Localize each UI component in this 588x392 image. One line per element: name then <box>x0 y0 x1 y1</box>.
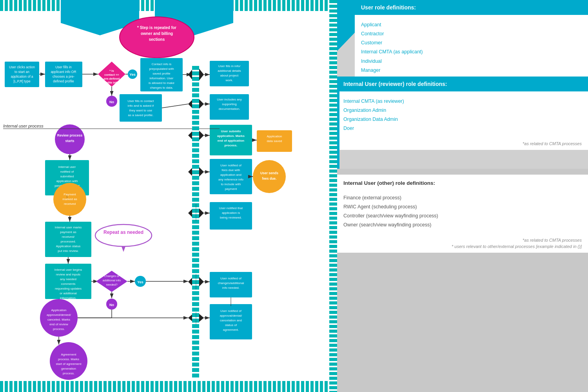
svg-text:payment as: payment as <box>60 230 76 234</box>
svg-text:or additional: or additional <box>60 292 77 295</box>
role-item-applicant: Applicant <box>361 20 582 29</box>
right-panel: User role definitions: Applicant Contrac… <box>337 0 588 392</box>
svg-text:review and inputs: review and inputs <box>56 273 80 276</box>
svg-text:end of application: end of application <box>218 139 245 142</box>
svg-text:process.: process. <box>53 327 65 331</box>
reviewer-role-header: Internal User (reviewer) role definition… <box>337 77 588 91</box>
svg-text:Application status: Application status <box>56 244 81 248</box>
other-role-title: Internal User (other) role definitions: <box>343 180 435 186</box>
svg-text:No: No <box>109 303 114 307</box>
svg-text:User fills in contact: User fills in contact <box>127 99 154 103</box>
svg-text:to include with: to include with <box>221 182 241 186</box>
svg-text:User notified of: User notified of <box>220 277 242 280</box>
svg-text:User notified that: User notified that <box>219 206 243 210</box>
svg-text:prepopulated with: prepopulated with <box>149 67 174 71</box>
svg-text:to start an: to start an <box>15 70 29 74</box>
svg-text:User fills in info/: User fills in info/ <box>218 64 241 68</box>
other-item-4: Owner (search/view wayfinding process) <box>343 221 582 230</box>
flowchart-svg: * Step is repeated for owner and billing… <box>0 0 337 392</box>
svg-text:User notified of: User notified of <box>220 309 242 313</box>
svg-text:[L,P,R] type: [L,P,R] type <box>13 79 31 83</box>
svg-text:sections: sections <box>149 37 165 42</box>
svg-text:payment: payment <box>225 187 237 191</box>
svg-text:info and is asked if: info and is asked if <box>128 104 154 108</box>
reviewer-role-title: Internal User (reviewer) role definition… <box>343 81 447 87</box>
role-item-customer: Customer <box>361 38 582 47</box>
svg-text:documentation.: documentation. <box>219 107 240 111</box>
teal-left-edge-2 <box>337 77 339 169</box>
svg-text:Agreement: Agreement <box>61 353 76 356</box>
user-role-box: User role definitions: Applicant Contrac… <box>355 0 588 88</box>
svg-text:User submits: User submits <box>221 129 241 133</box>
svg-text:end of review: end of review <box>49 323 68 326</box>
svg-text:Internal user process: Internal user process <box>3 124 44 128</box>
svg-text:process.: process. <box>63 372 74 375</box>
svg-text:pre-defined: pre-defined <box>104 77 120 80</box>
svg-text:Yes: Yes <box>137 280 143 284</box>
other-role-header: Internal User (other) role definitions: <box>337 175 588 190</box>
svg-text:profile info?: profile info? <box>103 81 120 84</box>
svg-text:application is: application is <box>222 211 240 215</box>
svg-line-55 <box>162 104 188 108</box>
svg-text:cancelation and: cancelation and <box>220 319 242 322</box>
svg-text:additional info: additional info <box>103 279 121 282</box>
svg-text:changes to data.: changes to data. <box>150 86 173 89</box>
svg-text:as a saved profile.: as a saved profile. <box>128 113 154 117</box>
svg-text:Internal user: Internal user <box>58 165 76 169</box>
svg-text:additional details: additional details <box>218 69 241 73</box>
svg-text:they want to use: they want to use <box>129 109 152 112</box>
svg-text:User notified of: User notified of <box>220 164 242 167</box>
svg-text:fees due.: fees due. <box>262 177 277 181</box>
svg-rect-169 <box>192 65 199 379</box>
svg-rect-43 <box>120 94 162 122</box>
svg-text:Payment: Payment <box>64 193 76 196</box>
reviewer-role-items: Internal CMTA (as reviewer) Organization… <box>343 97 582 133</box>
other-item-2: RWIC Agent (scheduling process) <box>343 202 582 211</box>
svg-text:Yes: Yes <box>129 73 136 77</box>
svg-text:changes/additional: changes/additional <box>218 281 244 285</box>
svg-marker-117 <box>122 246 125 252</box>
svg-text:supporting: supporting <box>222 102 236 106</box>
svg-text:Changes or: Changes or <box>104 274 120 278</box>
reviewer-item-2: Organization Admin <box>343 106 582 115</box>
flowchart-area: * Step is repeated for owner and billing… <box>0 0 337 392</box>
reviewer-item-1: Internal CMTA (as reviewer) <box>343 97 582 106</box>
svg-text:notified of: notified of <box>60 170 74 173</box>
svg-text:is allowed to make: is allowed to make <box>149 81 174 85</box>
svg-text:starts: starts <box>65 139 74 143</box>
svg-text:Internal user marks: Internal user marks <box>55 226 82 229</box>
svg-text:saved profile: saved profile <box>152 72 171 75</box>
svg-text:generation: generation <box>61 367 76 370</box>
svg-text:application and: application and <box>220 173 241 177</box>
svg-text:defined profile: defined profile <box>53 79 74 83</box>
svg-text:No: No <box>109 100 114 104</box>
reviewer-role-content: Internal CMTA (as reviewer) Organization… <box>337 91 588 150</box>
svg-text:chooses a pre-: chooses a pre- <box>53 75 74 78</box>
svg-text:owner and billing: owner and billing <box>141 31 173 36</box>
svg-text:applicant info OR: applicant info OR <box>51 70 76 74</box>
user-role-items: Applicant Contractor Customer Internal C… <box>361 20 582 75</box>
svg-text:data saved: data saved <box>267 139 282 143</box>
svg-text:information. User: information. User <box>150 77 174 80</box>
svg-text:information.: information. <box>60 296 76 300</box>
svg-text:application. Marks: application. Marks <box>217 134 245 138</box>
svg-text:agreement.: agreement. <box>223 328 239 332</box>
svg-text:comments: comments <box>61 282 76 286</box>
svg-text:Contact info is: Contact info is <box>152 62 172 66</box>
svg-text:process.: process. <box>225 144 238 147</box>
svg-text:start of agreement: start of agreement <box>56 362 82 366</box>
role-item-manager: Manager <box>361 66 582 75</box>
teal-connector-top <box>337 0 357 51</box>
svg-text:processed.: processed. <box>60 240 76 243</box>
svg-text:marked as: marked as <box>62 197 77 201</box>
role-item-internal-cmta: Internal CMTA (as applicant) <box>361 47 582 57</box>
svg-text:contact ==: contact == <box>104 73 119 77</box>
svg-text:User clicks action: User clicks action <box>9 65 35 69</box>
svg-text:canceled. Marks: canceled. Marks <box>47 318 70 321</box>
role-item-individual: Individual <box>361 57 582 66</box>
svg-text:being reviewed.: being reviewed. <box>220 216 242 219</box>
svg-text:received/: received/ <box>62 235 75 239</box>
svg-text:User fills in: User fills in <box>55 65 72 69</box>
svg-point-115 <box>95 224 152 246</box>
user-role-title: User role definitions: <box>361 4 416 11</box>
